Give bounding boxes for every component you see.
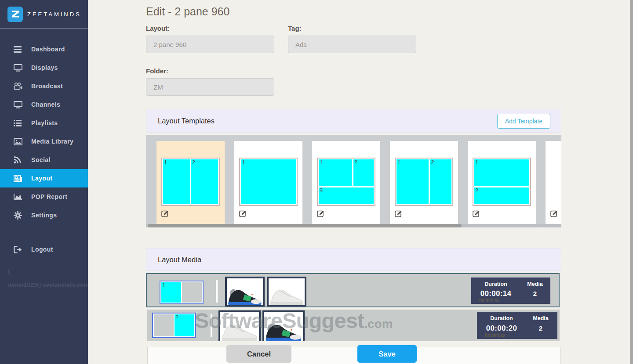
- sidebar-item-social[interactable]: Social: [0, 151, 88, 169]
- layout-field-label: Layout:: [146, 25, 170, 32]
- zeetaminds-logo-icon: [7, 7, 23, 22]
- template-preview: 1 2: [161, 158, 220, 206]
- nav-label: Displays: [31, 64, 58, 71]
- layout-field-input[interactable]: [146, 36, 274, 53]
- media-header: Media: [526, 315, 555, 323]
- media-thumbnail-shoe-white: [218, 310, 261, 341]
- monitor-icon: [14, 64, 23, 72]
- row-separator: [211, 314, 212, 337]
- sidebar-item-displays[interactable]: Displays: [0, 58, 88, 77]
- page-title: Edit - 2 pane 960: [146, 5, 229, 18]
- layout-pane: 1: [397, 159, 429, 204]
- template-card-4[interactable]: 1 2: [390, 141, 458, 224]
- sidebar: ZEETAMINDS Dashboard Displays Broadcast …: [0, 0, 88, 364]
- media-header: Media: [520, 281, 549, 288]
- media-row-1[interactable]: 1 Duration Media 00:00:14 hh:mm:ss 2: [146, 273, 560, 307]
- template-card-3[interactable]: 1 2 3: [312, 141, 380, 224]
- sidebar-nav: Dashboard Displays Broadcast Channels Pl…: [0, 40, 88, 259]
- brand-header: ZEETAMINDS: [0, 0, 88, 29]
- layout-pane: 1: [319, 159, 352, 186]
- edit-template-icon[interactable]: [239, 209, 247, 217]
- menu-icon: [14, 46, 23, 53]
- sidebar-item-layout[interactable]: Layout: [0, 169, 88, 187]
- sidebar-item-pop-report[interactable]: POP Report: [0, 187, 88, 206]
- template-preview: 1 2 3: [317, 158, 375, 206]
- video-camera-icon: [14, 83, 23, 90]
- time-format-hint: hh:mm:ss: [485, 332, 526, 338]
- pane-number: 3: [319, 187, 374, 194]
- tag-field-input[interactable]: [288, 36, 416, 53]
- inactive-pane: [154, 314, 174, 336]
- media-thumbnail-shoe-white: [267, 277, 306, 306]
- nav-label: Media Library: [31, 138, 73, 145]
- pane-number: 2: [175, 314, 194, 321]
- edit-template-icon[interactable]: [161, 209, 169, 217]
- media-count: 2: [526, 324, 555, 339]
- folder-field-input[interactable]: [146, 78, 274, 96]
- pane-number: 2: [430, 159, 451, 166]
- layout-pane: 1: [163, 159, 190, 204]
- pane-number: 1: [397, 159, 429, 166]
- nav-label: POP Report: [31, 193, 67, 200]
- layout-pane: 2: [474, 187, 529, 204]
- add-template-button[interactable]: Add Template: [497, 114, 550, 129]
- layout-pane: 2: [175, 314, 194, 336]
- nav-label: Dashboard: [31, 46, 65, 53]
- sidebar-item-broadcast[interactable]: Broadcast: [0, 77, 88, 95]
- footer-panel-edge: [147, 347, 560, 364]
- duration-header: Duration: [477, 315, 526, 323]
- sidebar-item-playlists[interactable]: Playlists: [0, 114, 88, 132]
- edit-template-icon[interactable]: [395, 209, 403, 217]
- sidebar-item-channels[interactable]: Channels: [0, 95, 88, 114]
- pane-number: 2: [191, 159, 218, 166]
- nav-label: Settings: [31, 212, 57, 219]
- template-preview: 1 2: [473, 158, 531, 206]
- nav-label: Social: [31, 156, 51, 163]
- tag-field-label: Tag:: [288, 25, 302, 32]
- account-email: demo1023@zeetaminds.com: [0, 281, 88, 288]
- sidebar-item-dashboard[interactable]: Dashboard: [0, 40, 88, 58]
- inactive-pane: [182, 282, 202, 303]
- template-card-6[interactable]: [546, 141, 561, 224]
- edit-template-icon[interactable]: [473, 209, 480, 217]
- sidebar-item-logout[interactable]: Logout: [0, 240, 88, 259]
- template-scrollbar-thumb[interactable]: [148, 224, 462, 227]
- layout-pane: 2: [353, 159, 374, 186]
- pane-number: 1: [241, 159, 296, 166]
- pane-number: 1: [474, 159, 529, 166]
- save-button[interactable]: Save: [357, 345, 417, 363]
- nav-label: Channels: [31, 101, 60, 108]
- duration-media-panel: Duration Media 00:00:20 hh:mm:ss 2: [477, 312, 557, 339]
- edit-template-icon[interactable]: [317, 209, 325, 217]
- duration-value: 00:00:14: [471, 289, 520, 298]
- nav-label: Broadcast: [31, 83, 63, 90]
- logout-icon: [14, 246, 23, 253]
- monitor-icon: [14, 101, 23, 108]
- main-content: Edit - 2 pane 960 Layout: Tag: Folder: L…: [88, 0, 633, 364]
- newspaper-icon: [14, 175, 23, 182]
- template-card-2[interactable]: 1: [234, 141, 302, 224]
- cancel-button[interactable]: Cancel: [226, 345, 291, 363]
- row-layout-thumbnail: 2: [152, 313, 196, 338]
- gear-icon: [14, 211, 23, 220]
- pane-number: 1: [161, 282, 181, 288]
- page-scrollbar[interactable]: [630, 0, 633, 364]
- template-preview: 1: [239, 158, 298, 206]
- template-card-1[interactable]: 1 2: [156, 141, 225, 224]
- pane-number: 2: [353, 159, 374, 166]
- folder-field-label: Folder:: [146, 67, 168, 75]
- duration-value: 00:00:20: [477, 324, 526, 333]
- nav-label: Layout: [31, 175, 52, 182]
- sidebar-item-media-library[interactable]: Media Library: [0, 132, 88, 151]
- row-separator: [216, 280, 218, 303]
- edit-template-icon[interactable]: [550, 209, 558, 217]
- duration-media-panel: Duration Media 00:00:14 hh:mm:ss 2: [471, 278, 550, 304]
- media-row-2[interactable]: 2 Duration Media 00:00:20 hh:mm:ss 2: [147, 310, 560, 341]
- layout-media-title: Layout Media: [158, 256, 201, 264]
- template-card-5[interactable]: 1 2: [468, 141, 536, 224]
- layout-pane: 2: [430, 159, 451, 204]
- media-count: 2: [520, 290, 549, 304]
- image-icon: [14, 138, 23, 145]
- layout-templates-header: Layout Templates Add Template: [146, 109, 561, 133]
- sidebar-item-settings[interactable]: Settings: [0, 206, 88, 224]
